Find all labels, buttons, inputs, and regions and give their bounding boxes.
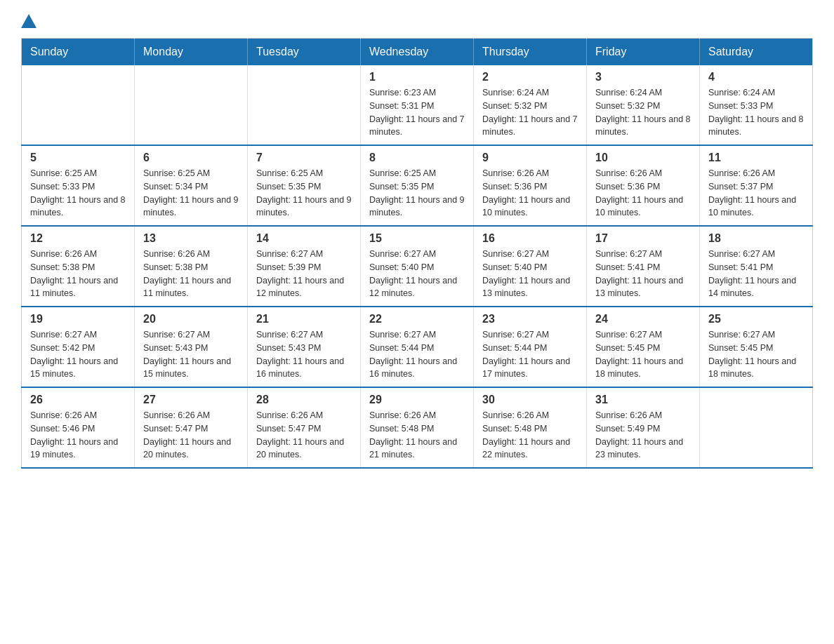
svg-marker-0 <box>21 14 37 28</box>
day-info: Sunrise: 6:26 AM Sunset: 5:47 PM Dayligh… <box>256 409 352 462</box>
day-number: 3 <box>595 71 691 83</box>
header-friday: Friday <box>587 39 700 66</box>
calendar-week-2: 5Sunrise: 6:25 AM Sunset: 5:33 PM Daylig… <box>22 145 813 226</box>
calendar-week-5: 26Sunrise: 6:26 AM Sunset: 5:46 PM Dayli… <box>22 387 813 468</box>
day-number: 24 <box>595 313 691 326</box>
day-number: 14 <box>256 232 352 245</box>
calendar-cell: 7Sunrise: 6:25 AM Sunset: 5:35 PM Daylig… <box>248 145 361 226</box>
day-info: Sunrise: 6:26 AM Sunset: 5:48 PM Dayligh… <box>369 409 465 462</box>
day-info: Sunrise: 6:27 AM Sunset: 5:43 PM Dayligh… <box>143 328 239 381</box>
day-info: Sunrise: 6:27 AM Sunset: 5:41 PM Dayligh… <box>708 248 804 300</box>
day-number: 2 <box>482 71 578 83</box>
calendar-cell: 8Sunrise: 6:25 AM Sunset: 5:35 PM Daylig… <box>361 145 474 226</box>
day-number: 19 <box>30 313 126 326</box>
day-number: 1 <box>369 71 465 83</box>
day-number: 31 <box>595 394 691 406</box>
calendar-cell: 30Sunrise: 6:26 AM Sunset: 5:48 PM Dayli… <box>474 387 587 468</box>
calendar-cell: 6Sunrise: 6:25 AM Sunset: 5:34 PM Daylig… <box>135 145 248 226</box>
calendar-cell: 31Sunrise: 6:26 AM Sunset: 5:49 PM Dayli… <box>587 387 700 468</box>
day-info: Sunrise: 6:27 AM Sunset: 5:42 PM Dayligh… <box>30 328 126 381</box>
calendar-cell: 4Sunrise: 6:24 AM Sunset: 5:33 PM Daylig… <box>700 65 813 145</box>
day-info: Sunrise: 6:26 AM Sunset: 5:36 PM Dayligh… <box>482 167 578 220</box>
day-number: 5 <box>30 152 126 164</box>
calendar-cell: 14Sunrise: 6:27 AM Sunset: 5:39 PM Dayli… <box>248 226 361 307</box>
calendar-cell: 5Sunrise: 6:25 AM Sunset: 5:33 PM Daylig… <box>22 145 135 226</box>
calendar-cell: 1Sunrise: 6:23 AM Sunset: 5:31 PM Daylig… <box>361 65 474 145</box>
calendar-cell: 9Sunrise: 6:26 AM Sunset: 5:36 PM Daylig… <box>474 145 587 226</box>
day-info: Sunrise: 6:25 AM Sunset: 5:34 PM Dayligh… <box>143 167 239 220</box>
day-info: Sunrise: 6:26 AM Sunset: 5:38 PM Dayligh… <box>30 248 126 300</box>
day-number: 21 <box>256 313 352 326</box>
day-number: 29 <box>369 394 465 406</box>
day-number: 6 <box>143 152 239 164</box>
day-number: 20 <box>143 313 239 326</box>
calendar-week-4: 19Sunrise: 6:27 AM Sunset: 5:42 PM Dayli… <box>22 307 813 387</box>
calendar-cell: 17Sunrise: 6:27 AM Sunset: 5:41 PM Dayli… <box>587 226 700 307</box>
calendar-cell: 3Sunrise: 6:24 AM Sunset: 5:32 PM Daylig… <box>587 65 700 145</box>
day-info: Sunrise: 6:27 AM Sunset: 5:41 PM Dayligh… <box>595 248 691 300</box>
day-info: Sunrise: 6:25 AM Sunset: 5:33 PM Dayligh… <box>30 167 126 220</box>
day-number: 30 <box>482 394 578 406</box>
day-info: Sunrise: 6:24 AM Sunset: 5:33 PM Dayligh… <box>708 86 804 139</box>
day-number: 12 <box>30 232 126 245</box>
day-number: 17 <box>595 232 691 245</box>
calendar-cell: 11Sunrise: 6:26 AM Sunset: 5:37 PM Dayli… <box>700 145 813 226</box>
day-number: 8 <box>369 152 465 164</box>
day-number: 9 <box>482 152 578 164</box>
day-info: Sunrise: 6:25 AM Sunset: 5:35 PM Dayligh… <box>369 167 465 220</box>
day-number: 11 <box>708 152 804 164</box>
calendar-cell: 23Sunrise: 6:27 AM Sunset: 5:44 PM Dayli… <box>474 307 587 387</box>
day-info: Sunrise: 6:23 AM Sunset: 5:31 PM Dayligh… <box>369 86 465 139</box>
calendar-week-3: 12Sunrise: 6:26 AM Sunset: 5:38 PM Dayli… <box>22 226 813 307</box>
header-thursday: Thursday <box>474 39 587 66</box>
calendar-cell: 27Sunrise: 6:26 AM Sunset: 5:47 PM Dayli… <box>135 387 248 468</box>
logo-triangle-icon <box>21 14 37 28</box>
header-monday: Monday <box>135 39 248 66</box>
day-info: Sunrise: 6:27 AM Sunset: 5:45 PM Dayligh… <box>708 328 804 381</box>
calendar-cell: 19Sunrise: 6:27 AM Sunset: 5:42 PM Dayli… <box>22 307 135 387</box>
day-number: 10 <box>595 152 691 164</box>
calendar-table: SundayMondayTuesdayWednesdayThursdayFrid… <box>21 38 813 469</box>
calendar-cell: 20Sunrise: 6:27 AM Sunset: 5:43 PM Dayli… <box>135 307 248 387</box>
calendar-cell: 13Sunrise: 6:26 AM Sunset: 5:38 PM Dayli… <box>135 226 248 307</box>
day-info: Sunrise: 6:26 AM Sunset: 5:38 PM Dayligh… <box>143 248 239 300</box>
day-info: Sunrise: 6:26 AM Sunset: 5:48 PM Dayligh… <box>482 409 578 462</box>
calendar-cell: 22Sunrise: 6:27 AM Sunset: 5:44 PM Dayli… <box>361 307 474 387</box>
calendar-cell <box>22 65 135 145</box>
header-saturday: Saturday <box>700 39 813 66</box>
calendar-cell <box>135 65 248 145</box>
day-info: Sunrise: 6:24 AM Sunset: 5:32 PM Dayligh… <box>595 86 691 139</box>
calendar-cell <box>248 65 361 145</box>
calendar-header-row: SundayMondayTuesdayWednesdayThursdayFrid… <box>22 39 813 66</box>
day-info: Sunrise: 6:26 AM Sunset: 5:49 PM Dayligh… <box>595 409 691 462</box>
day-number: 18 <box>708 232 804 245</box>
header-tuesday: Tuesday <box>248 39 361 66</box>
day-number: 22 <box>369 313 465 326</box>
day-info: Sunrise: 6:26 AM Sunset: 5:47 PM Dayligh… <box>143 409 239 462</box>
calendar-cell: 28Sunrise: 6:26 AM Sunset: 5:47 PM Dayli… <box>248 387 361 468</box>
calendar-cell <box>700 387 813 468</box>
day-info: Sunrise: 6:27 AM Sunset: 5:39 PM Dayligh… <box>256 248 352 300</box>
day-number: 28 <box>256 394 352 406</box>
day-info: Sunrise: 6:27 AM Sunset: 5:43 PM Dayligh… <box>256 328 352 381</box>
header-wednesday: Wednesday <box>361 39 474 66</box>
day-info: Sunrise: 6:26 AM Sunset: 5:37 PM Dayligh… <box>708 167 804 220</box>
calendar-cell: 15Sunrise: 6:27 AM Sunset: 5:40 PM Dayli… <box>361 226 474 307</box>
day-number: 13 <box>143 232 239 245</box>
logo <box>21 14 39 24</box>
calendar-cell: 26Sunrise: 6:26 AM Sunset: 5:46 PM Dayli… <box>22 387 135 468</box>
calendar-week-1: 1Sunrise: 6:23 AM Sunset: 5:31 PM Daylig… <box>22 65 813 145</box>
day-info: Sunrise: 6:25 AM Sunset: 5:35 PM Dayligh… <box>256 167 352 220</box>
day-number: 27 <box>143 394 239 406</box>
calendar-cell: 10Sunrise: 6:26 AM Sunset: 5:36 PM Dayli… <box>587 145 700 226</box>
calendar-cell: 18Sunrise: 6:27 AM Sunset: 5:41 PM Dayli… <box>700 226 813 307</box>
calendar-cell: 25Sunrise: 6:27 AM Sunset: 5:45 PM Dayli… <box>700 307 813 387</box>
calendar-cell: 29Sunrise: 6:26 AM Sunset: 5:48 PM Dayli… <box>361 387 474 468</box>
day-info: Sunrise: 6:27 AM Sunset: 5:44 PM Dayligh… <box>482 328 578 381</box>
calendar-cell: 2Sunrise: 6:24 AM Sunset: 5:32 PM Daylig… <box>474 65 587 145</box>
day-info: Sunrise: 6:27 AM Sunset: 5:44 PM Dayligh… <box>369 328 465 381</box>
day-info: Sunrise: 6:26 AM Sunset: 5:46 PM Dayligh… <box>30 409 126 462</box>
calendar-cell: 16Sunrise: 6:27 AM Sunset: 5:40 PM Dayli… <box>474 226 587 307</box>
calendar-cell: 24Sunrise: 6:27 AM Sunset: 5:45 PM Dayli… <box>587 307 700 387</box>
page-header <box>21 14 813 24</box>
